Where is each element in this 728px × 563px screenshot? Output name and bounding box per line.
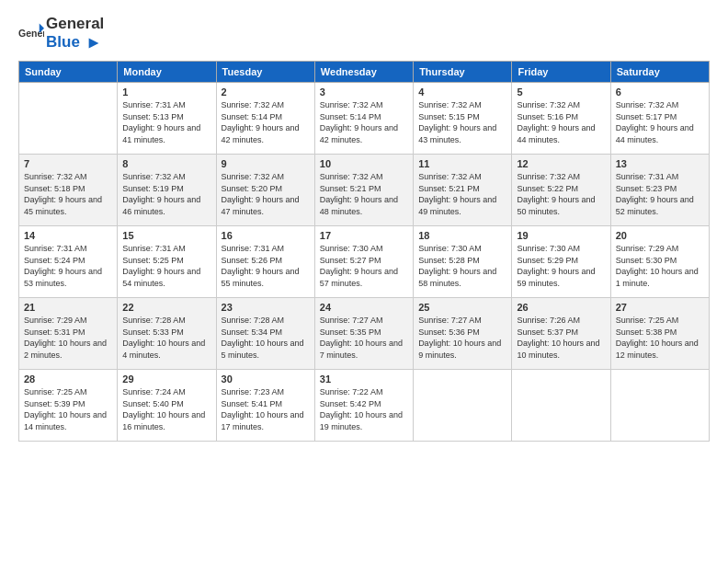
- day-number: 3: [320, 86, 408, 98]
- day-number: 2: [222, 86, 310, 98]
- calendar-cell: 6Sunrise: 7:32 AMSunset: 5:17 PMDaylight…: [610, 83, 709, 155]
- day-info: Sunrise: 7:28 AMSunset: 5:34 PMDaylight:…: [222, 315, 310, 361]
- calendar-cell: 2Sunrise: 7:32 AMSunset: 5:14 PMDaylight…: [216, 83, 314, 155]
- day-number: 4: [418, 86, 506, 98]
- day-number: 15: [122, 230, 210, 241]
- day-number: 14: [24, 230, 112, 241]
- day-info: Sunrise: 7:32 AMSunset: 5:15 PMDaylight:…: [418, 99, 506, 145]
- day-header-saturday: Saturday: [610, 62, 709, 83]
- calendar-cell: 25Sunrise: 7:27 AMSunset: 5:36 PMDayligh…: [414, 298, 512, 370]
- header: General General Blue: [18, 15, 710, 52]
- day-number: 13: [616, 158, 704, 169]
- day-number: 11: [418, 158, 506, 169]
- day-number: 20: [616, 230, 704, 241]
- day-number: 24: [320, 302, 408, 313]
- calendar-week-row: 7Sunrise: 7:32 AMSunset: 5:18 PMDaylight…: [19, 155, 710, 226]
- calendar-cell: 4Sunrise: 7:32 AMSunset: 5:15 PMDaylight…: [414, 83, 512, 155]
- day-info: Sunrise: 7:25 AMSunset: 5:38 PMDaylight:…: [616, 315, 704, 361]
- calendar-cell: 10Sunrise: 7:32 AMSunset: 5:21 PMDayligh…: [314, 155, 413, 226]
- logo-blue-text: Blue: [46, 33, 80, 51]
- calendar-week-row: 28Sunrise: 7:25 AMSunset: 5:39 PMDayligh…: [19, 370, 710, 442]
- day-number: 18: [418, 230, 506, 241]
- day-info: Sunrise: 7:32 AMSunset: 5:14 PMDaylight:…: [222, 99, 310, 145]
- day-info: Sunrise: 7:32 AMSunset: 5:22 PMDaylight:…: [517, 171, 605, 217]
- logo-icon: General: [18, 20, 44, 46]
- calendar-cell: 19Sunrise: 7:30 AMSunset: 5:29 PMDayligh…: [512, 226, 610, 298]
- calendar-cell: 7Sunrise: 7:32 AMSunset: 5:18 PMDaylight…: [19, 155, 118, 226]
- day-number: 30: [222, 373, 310, 385]
- calendar-cell: 3Sunrise: 7:32 AMSunset: 5:14 PMDaylight…: [314, 83, 413, 155]
- day-number: 22: [122, 302, 210, 313]
- day-info: Sunrise: 7:26 AMSunset: 5:37 PMDaylight:…: [517, 315, 605, 361]
- calendar-week-row: 21Sunrise: 7:29 AMSunset: 5:31 PMDayligh…: [19, 298, 710, 370]
- day-number: 7: [24, 158, 112, 169]
- day-number: 29: [122, 373, 210, 385]
- calendar-cell: 11Sunrise: 7:32 AMSunset: 5:21 PMDayligh…: [414, 155, 512, 226]
- day-info: Sunrise: 7:27 AMSunset: 5:36 PMDaylight:…: [418, 315, 506, 361]
- calendar-table: SundayMondayTuesdayWednesdayThursdayFrid…: [18, 61, 710, 442]
- calendar-cell: [610, 370, 709, 442]
- day-info: Sunrise: 7:31 AMSunset: 5:13 PMDaylight:…: [122, 99, 210, 145]
- day-header-wednesday: Wednesday: [314, 62, 413, 83]
- day-number: 12: [517, 158, 605, 169]
- svg-marker-2: [89, 38, 99, 48]
- day-header-sunday: Sunday: [19, 62, 118, 83]
- day-info: Sunrise: 7:32 AMSunset: 5:20 PMDaylight:…: [222, 171, 310, 217]
- calendar-cell: [19, 83, 118, 155]
- day-header-monday: Monday: [118, 62, 216, 83]
- calendar-cell: 1Sunrise: 7:31 AMSunset: 5:13 PMDaylight…: [118, 83, 216, 155]
- logo-arrow-icon: [85, 35, 102, 52]
- day-number: 9: [222, 158, 310, 169]
- day-number: 23: [222, 302, 310, 313]
- day-number: 6: [616, 86, 704, 98]
- day-number: 17: [320, 230, 408, 241]
- day-info: Sunrise: 7:31 AMSunset: 5:25 PMDaylight:…: [122, 243, 210, 289]
- day-number: 5: [517, 86, 605, 98]
- calendar-cell: 26Sunrise: 7:26 AMSunset: 5:37 PMDayligh…: [512, 298, 610, 370]
- day-number: 25: [418, 302, 506, 313]
- calendar-cell: [414, 370, 512, 442]
- day-number: 28: [24, 373, 112, 385]
- day-number: 8: [122, 158, 210, 169]
- calendar-cell: 31Sunrise: 7:22 AMSunset: 5:42 PMDayligh…: [314, 370, 413, 442]
- day-number: 16: [222, 230, 310, 241]
- day-info: Sunrise: 7:22 AMSunset: 5:42 PMDaylight:…: [320, 386, 408, 432]
- calendar-cell: 16Sunrise: 7:31 AMSunset: 5:26 PMDayligh…: [216, 226, 314, 298]
- day-info: Sunrise: 7:25 AMSunset: 5:39 PMDaylight:…: [24, 386, 112, 432]
- day-info: Sunrise: 7:23 AMSunset: 5:41 PMDaylight:…: [222, 386, 310, 432]
- calendar-cell: 14Sunrise: 7:31 AMSunset: 5:24 PMDayligh…: [19, 226, 118, 298]
- calendar-cell: 24Sunrise: 7:27 AMSunset: 5:35 PMDayligh…: [314, 298, 413, 370]
- day-info: Sunrise: 7:32 AMSunset: 5:18 PMDaylight:…: [24, 171, 112, 217]
- day-info: Sunrise: 7:32 AMSunset: 5:16 PMDaylight:…: [517, 99, 605, 145]
- day-number: 27: [616, 302, 704, 313]
- calendar-cell: 30Sunrise: 7:23 AMSunset: 5:41 PMDayligh…: [216, 370, 314, 442]
- day-info: Sunrise: 7:28 AMSunset: 5:33 PMDaylight:…: [122, 315, 210, 361]
- calendar-cell: 17Sunrise: 7:30 AMSunset: 5:27 PMDayligh…: [314, 226, 413, 298]
- calendar-cell: 21Sunrise: 7:29 AMSunset: 5:31 PMDayligh…: [19, 298, 118, 370]
- calendar-cell: 18Sunrise: 7:30 AMSunset: 5:28 PMDayligh…: [414, 226, 512, 298]
- day-info: Sunrise: 7:27 AMSunset: 5:35 PMDaylight:…: [320, 315, 408, 361]
- day-info: Sunrise: 7:31 AMSunset: 5:23 PMDaylight:…: [616, 171, 704, 217]
- calendar-cell: 29Sunrise: 7:24 AMSunset: 5:40 PMDayligh…: [118, 370, 216, 442]
- day-number: 31: [320, 373, 408, 385]
- day-header-friday: Friday: [512, 62, 610, 83]
- calendar-cell: 9Sunrise: 7:32 AMSunset: 5:20 PMDaylight…: [216, 155, 314, 226]
- day-info: Sunrise: 7:31 AMSunset: 5:24 PMDaylight:…: [24, 243, 112, 289]
- calendar-cell: 28Sunrise: 7:25 AMSunset: 5:39 PMDayligh…: [19, 370, 118, 442]
- calendar-cell: 8Sunrise: 7:32 AMSunset: 5:19 PMDaylight…: [118, 155, 216, 226]
- day-info: Sunrise: 7:30 AMSunset: 5:28 PMDaylight:…: [418, 243, 506, 289]
- day-info: Sunrise: 7:29 AMSunset: 5:30 PMDaylight:…: [616, 243, 704, 289]
- page: General General Blue SundayMondayTuesday…: [0, 0, 728, 563]
- calendar-cell: 27Sunrise: 7:25 AMSunset: 5:38 PMDayligh…: [610, 298, 709, 370]
- calendar-week-row: 14Sunrise: 7:31 AMSunset: 5:24 PMDayligh…: [19, 226, 710, 298]
- logo: General General Blue: [18, 15, 104, 52]
- day-info: Sunrise: 7:32 AMSunset: 5:14 PMDaylight:…: [320, 99, 408, 145]
- day-info: Sunrise: 7:32 AMSunset: 5:21 PMDaylight:…: [418, 171, 506, 217]
- calendar-cell: 22Sunrise: 7:28 AMSunset: 5:33 PMDayligh…: [118, 298, 216, 370]
- day-info: Sunrise: 7:29 AMSunset: 5:31 PMDaylight:…: [24, 315, 112, 361]
- day-header-thursday: Thursday: [414, 62, 512, 83]
- day-number: 21: [24, 302, 112, 313]
- day-info: Sunrise: 7:31 AMSunset: 5:26 PMDaylight:…: [222, 243, 310, 289]
- day-number: 1: [122, 86, 210, 98]
- day-number: 10: [320, 158, 408, 169]
